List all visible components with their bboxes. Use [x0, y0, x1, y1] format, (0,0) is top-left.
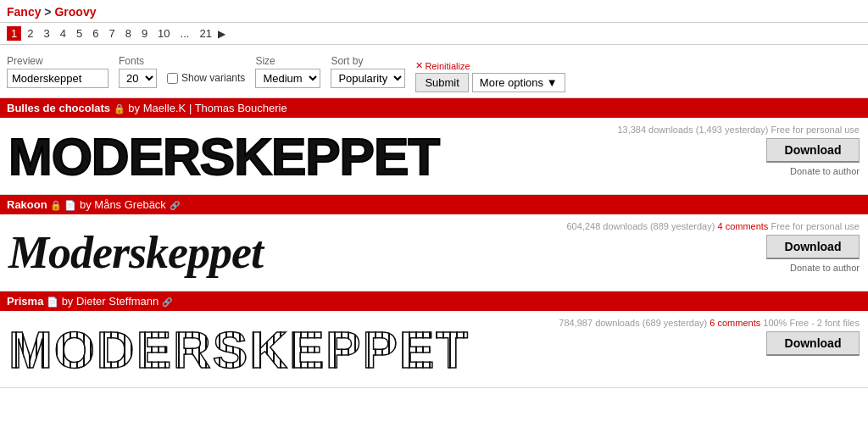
page-2[interactable]: 2 [23, 26, 37, 41]
preview-group: Preview [7, 55, 108, 88]
page-ellipsis: ... [176, 26, 194, 41]
fonts-label: Fonts [119, 55, 157, 67]
free-label-3: 100% Free - 2 font files [763, 318, 860, 328]
font-preview-1: MODERSKEPPET [0, 118, 631, 194]
font-header-1: Bulles de chocolats 🔒 by Maelle.K | Thom… [0, 98, 868, 118]
show-variants-label: Show variants [181, 72, 245, 84]
reinitialize-group: ✕ Reinitialize Submit More options ▼ [415, 60, 565, 92]
pagination-next[interactable]: ▶ [218, 28, 225, 40]
font-header-3: Prisma 📄 by Dieter Steffmann 🔗 [0, 291, 868, 311]
page-1[interactable]: 1 [7, 26, 21, 41]
preview-text-3: MODERSKEPPET [8, 319, 470, 380]
font-icons-3: 📄 [47, 297, 58, 307]
page-4[interactable]: 4 [56, 26, 70, 41]
size-select[interactable]: Medium [255, 69, 320, 88]
preview-text-1: MODERSKEPPET [8, 126, 439, 186]
controls-bar: Preview Fonts 20 Show variants Size Medi… [0, 45, 868, 98]
size-label: Size [255, 55, 320, 67]
font-list: Bulles de chocolats 🔒 by Maelle.K | Thom… [0, 98, 868, 388]
font-author-link-1[interactable]: Maelle.K | Thomas Boucherie [143, 102, 287, 114]
page-7[interactable]: 7 [104, 26, 119, 41]
font-icons-2: 🔒 📄 [50, 200, 76, 210]
pagination: 1 2 3 4 5 6 7 8 9 10 ... 21 ▶ [0, 23, 868, 45]
breadcrumb-part2[interactable]: Groovy [54, 5, 96, 19]
download-button-1[interactable]: Download [766, 138, 860, 163]
size-group: Size Medium [255, 55, 320, 88]
reinitialize-label: Reinitialize [425, 61, 470, 71]
fonts-select[interactable]: 20 [119, 69, 157, 88]
page-9[interactable]: 9 [137, 26, 152, 41]
font-meta-1: 13,384 downloads (1,493 yesterday) Free … [631, 118, 868, 194]
font-body-1: MODERSKEPPET 13,384 downloads (1,493 yes… [0, 118, 868, 194]
preview-text-2: Moderskeppet [8, 226, 263, 279]
more-options-button[interactable]: More options ▼ [472, 73, 565, 92]
page-6[interactable]: 6 [88, 26, 103, 41]
preview-label: Preview [7, 55, 108, 67]
font-author-link-2[interactable]: Måns Grebäck [94, 198, 166, 211]
font-body-3: MODERSKEPPET 784,987 downloads (689 yest… [0, 311, 868, 387]
page-21[interactable]: 21 [195, 26, 215, 41]
free-label-2: Free for personal use [771, 221, 860, 231]
comments-link[interactable]: 4 comments [717, 221, 768, 231]
download-count-2: 604,248 downloads (889 yesterday) [566, 221, 715, 231]
font-header-2: Rakoon 🔒 📄 by Måns Grebäck 🔗 [0, 195, 868, 214]
font-entry-2: Rakoon 🔒 📄 by Måns Grebäck 🔗 Moderskeppe… [0, 195, 868, 291]
sort-select[interactable]: Popularity [331, 69, 405, 88]
show-variants-group: Show variants [167, 72, 245, 84]
external-link-icon: 🔗 [170, 201, 180, 210]
font-author-link-3[interactable]: Dieter Steffmann [76, 295, 159, 308]
donate-link-1[interactable]: Donate to author [790, 166, 860, 176]
page-5[interactable]: 5 [72, 26, 86, 41]
page-10[interactable]: 10 [153, 26, 174, 41]
font-icons-1: 🔒 [114, 103, 125, 114]
donate-link-2[interactable]: Donate to author [790, 263, 860, 273]
download-info-3: 784,987 downloads (689 yesterday) 6 comm… [559, 318, 860, 328]
free-label-1: Free for personal use [771, 125, 860, 135]
font-name-link-1[interactable]: Bulles de chocolats [7, 102, 110, 114]
preview-input[interactable] [7, 69, 108, 88]
font-preview-3: MODERSKEPPET [0, 311, 631, 387]
reinitialize-link[interactable]: ✕ Reinitialize [415, 60, 565, 71]
download-info-2: 604,248 downloads (889 yesterday) 4 comm… [566, 221, 860, 231]
download-count-1: 13,384 downloads (1,493 yesterday) [617, 125, 768, 135]
sort-label: Sort by [331, 55, 405, 67]
comments-link[interactable]: 6 comments [709, 318, 760, 328]
download-button-3[interactable]: Download [766, 331, 860, 356]
font-entry-3: Prisma 📄 by Dieter Steffmann 🔗 MODERSKEP… [0, 291, 868, 388]
font-name-link-3[interactable]: Prisma [7, 295, 43, 308]
font-entry-1: Bulles de chocolats 🔒 by Maelle.K | Thom… [0, 98, 868, 195]
font-preview-2: Moderskeppet [0, 214, 631, 291]
submit-button[interactable]: Submit [415, 73, 468, 92]
page-8[interactable]: 8 [121, 26, 136, 41]
breadcrumb: Fancy > Groovy [7, 5, 96, 19]
font-body-2: Moderskeppet 604,248 downloads (889 yest… [0, 214, 868, 291]
page-3[interactable]: 3 [39, 26, 53, 41]
download-count-3: 784,987 downloads (689 yesterday) [559, 318, 707, 328]
download-info-1: 13,384 downloads (1,493 yesterday) Free … [617, 125, 860, 135]
fonts-group: Fonts 20 [119, 55, 157, 88]
font-meta-2: 604,248 downloads (889 yesterday) 4 comm… [631, 214, 868, 291]
download-button-2[interactable]: Download [766, 235, 860, 259]
show-variants-checkbox[interactable] [167, 73, 178, 84]
font-meta-3: 784,987 downloads (689 yesterday) 6 comm… [631, 311, 868, 387]
sort-group: Sort by Popularity [331, 55, 405, 88]
external-link-icon: 🔗 [162, 297, 172, 307]
font-name-link-2[interactable]: Rakoon [7, 198, 47, 211]
breadcrumb-part1[interactable]: Fancy [7, 5, 41, 19]
